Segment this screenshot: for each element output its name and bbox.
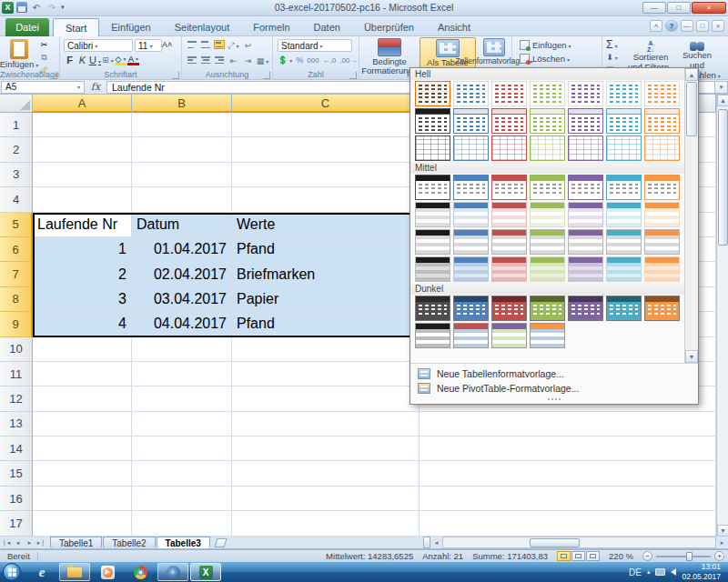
cell[interactable] xyxy=(132,113,232,137)
table-style-thumb[interactable] xyxy=(530,81,565,106)
decrease-indent-icon[interactable]: ⇤ xyxy=(228,55,239,66)
table-style-thumb[interactable] xyxy=(491,256,527,282)
table-style-thumb[interactable] xyxy=(530,108,565,134)
zoom-slider-thumb[interactable] xyxy=(686,552,693,561)
row-header-14[interactable]: 14 xyxy=(0,436,33,461)
table-style-thumb[interactable] xyxy=(453,81,489,106)
close-button[interactable]: × xyxy=(692,2,726,14)
cell[interactable] xyxy=(420,436,716,461)
number-format-select[interactable]: Standard xyxy=(278,39,352,52)
select-all-corner[interactable] xyxy=(0,95,33,113)
table-style-thumb[interactable] xyxy=(644,135,680,161)
cell[interactable] xyxy=(132,436,232,461)
horizontal-scrollbar[interactable] xyxy=(442,537,716,548)
table-style-thumb[interactable] xyxy=(530,296,565,321)
cell[interactable] xyxy=(33,113,132,137)
zoom-out-icon[interactable]: − xyxy=(642,551,652,561)
table-style-thumb[interactable] xyxy=(568,256,603,282)
cell[interactable]: Papier xyxy=(232,287,420,312)
borders-icon[interactable]: ⊞ xyxy=(102,55,114,65)
delete-cells-button[interactable]: Löschen xyxy=(520,52,571,65)
scroll-down-icon[interactable]: ▼ xyxy=(717,525,728,537)
table-style-thumb[interactable] xyxy=(415,229,450,255)
cell[interactable]: 1 xyxy=(33,237,132,262)
table-style-thumb[interactable] xyxy=(415,175,450,200)
insert-cells-button[interactable]: Einfügen xyxy=(520,38,571,51)
cell[interactable] xyxy=(232,386,420,411)
cell[interactable] xyxy=(420,461,716,486)
table-style-thumb[interactable] xyxy=(415,135,450,161)
taskbar-ie[interactable]: e xyxy=(26,563,57,581)
cell[interactable] xyxy=(33,511,132,536)
underline-button[interactable]: U xyxy=(89,55,101,65)
table-style-thumb[interactable] xyxy=(453,296,489,321)
cell[interactable] xyxy=(132,386,232,411)
table-style-thumb[interactable] xyxy=(644,256,680,282)
cell[interactable] xyxy=(33,461,132,486)
row-header-12[interactable]: 12 xyxy=(0,386,33,411)
row-header-17[interactable]: 17 xyxy=(0,511,33,536)
table-style-thumb[interactable] xyxy=(530,256,565,282)
row-header-9[interactable]: 9 xyxy=(0,312,33,336)
row-header-2[interactable]: 2 xyxy=(0,137,33,162)
table-style-thumb[interactable] xyxy=(491,175,527,200)
table-style-thumb[interactable] xyxy=(606,229,642,255)
vertical-scrollbar[interactable]: ▲ ▼ xyxy=(716,95,728,537)
cell[interactable] xyxy=(33,187,132,212)
table-style-thumb[interactable] xyxy=(644,296,680,321)
font-size-select[interactable]: 11 xyxy=(135,39,162,52)
tab-split-handle[interactable] xyxy=(423,537,430,548)
row-header-4[interactable]: 4 xyxy=(0,187,33,212)
ribbon-tab-überprüfen[interactable]: Überprüfen xyxy=(352,18,426,36)
cell[interactable] xyxy=(33,337,132,362)
font-color-icon[interactable]: A xyxy=(127,55,139,65)
cell[interactable] xyxy=(232,436,420,461)
clipboard-dialog-launcher[interactable] xyxy=(50,72,57,79)
cell[interactable] xyxy=(33,386,132,411)
cut-icon[interactable]: ✂ xyxy=(38,39,50,50)
next-sheet-icon[interactable]: ▸ xyxy=(24,537,35,548)
zoom-slider[interactable] xyxy=(656,556,711,557)
clock[interactable]: 13:01 02.05.2017 xyxy=(682,562,723,581)
insert-function-icon[interactable]: fx xyxy=(85,81,106,93)
table-style-thumb[interactable] xyxy=(530,135,565,161)
workbook-close-icon[interactable]: × xyxy=(712,20,724,32)
merge-center-icon[interactable]: ▦ xyxy=(257,55,268,66)
cell[interactable] xyxy=(232,337,420,362)
number-dialog-launcher[interactable] xyxy=(349,72,357,79)
cell[interactable] xyxy=(33,137,132,162)
normal-view-button[interactable] xyxy=(557,551,571,561)
gallery-scroll-down-icon[interactable]: ▼ xyxy=(685,350,698,363)
table-style-thumb[interactable] xyxy=(606,202,642,227)
cell[interactable] xyxy=(132,163,232,187)
cell[interactable] xyxy=(232,461,420,486)
cell[interactable] xyxy=(132,487,232,511)
name-box[interactable]: A5▾ xyxy=(1,81,85,94)
taskbar-explorer[interactable] xyxy=(59,563,90,581)
cell[interactable] xyxy=(132,137,232,162)
taskbar-media-player[interactable]: ▶ xyxy=(92,563,123,581)
row-header-13[interactable]: 13 xyxy=(0,412,33,436)
cell[interactable] xyxy=(232,163,420,187)
cell[interactable] xyxy=(232,412,420,436)
menu-new-table-style[interactable]: Neue Tabellenformatvorlage... xyxy=(410,366,698,381)
minimize-button[interactable]: — xyxy=(642,2,666,14)
font-name-select[interactable]: Calibri xyxy=(64,39,133,52)
cell[interactable]: 04.04.2017 xyxy=(132,312,232,336)
page-layout-view-button[interactable] xyxy=(571,551,585,561)
prev-sheet-icon[interactable]: ◂ xyxy=(12,537,24,548)
table-style-thumb[interactable] xyxy=(530,323,565,348)
autosum-button[interactable]: Σ xyxy=(606,38,618,51)
row-header-16[interactable]: 16 xyxy=(0,487,33,511)
table-style-thumb[interactable] xyxy=(453,256,489,282)
fill-color-icon[interactable]: ◇ xyxy=(115,55,126,65)
hscroll-left-icon[interactable]: ◂ xyxy=(430,537,442,548)
cell[interactable]: Werte xyxy=(232,213,420,237)
bold-button[interactable]: F xyxy=(64,55,76,65)
alignment-dialog-launcher[interactable] xyxy=(263,72,270,79)
table-style-thumb[interactable] xyxy=(644,108,680,134)
accounting-format-icon[interactable]: 💲 xyxy=(278,55,292,65)
cell[interactable]: Pfand xyxy=(232,237,420,262)
cell[interactable] xyxy=(33,412,132,436)
cell[interactable] xyxy=(132,412,232,436)
